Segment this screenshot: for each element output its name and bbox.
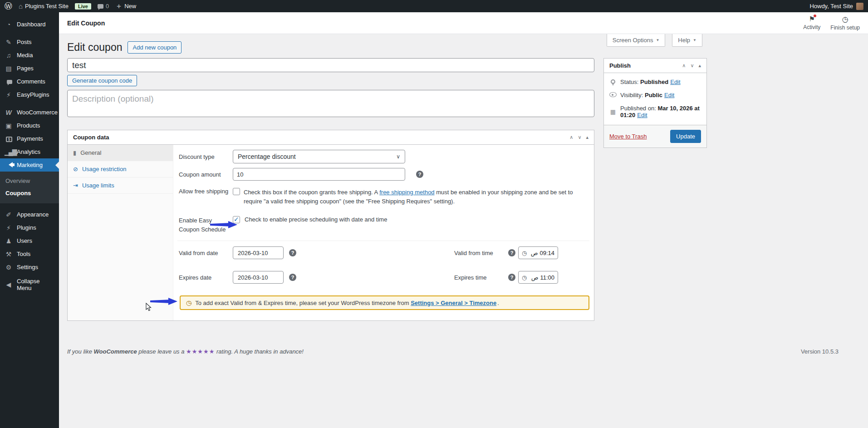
sidebar-item-users[interactable]: ♟Users <box>0 234 59 247</box>
comments-admin-link[interactable]: 0 <box>98 3 109 10</box>
activity-button[interactable]: ⚑ Activity <box>803 15 820 31</box>
help-icon[interactable] <box>289 249 296 256</box>
sidebar-item-dashboard[interactable]: ◔Dashboard <box>0 18 59 31</box>
sidebar-item-label: Media <box>17 52 33 59</box>
avatar[interactable] <box>856 3 863 10</box>
free-shipping-method-link[interactable]: free shipping method <box>379 189 434 196</box>
tab-usage-restriction[interactable]: ⊘ Usage restriction <box>68 161 173 177</box>
move-down-icon[interactable]: ∨ <box>578 134 581 140</box>
sidebar-item-woocommerce[interactable]: WWooCommerce <box>0 106 59 119</box>
version-label: Version 10.5.3 <box>801 348 839 355</box>
finish-setup-label: Finish setup <box>830 25 860 31</box>
help-icon[interactable] <box>289 274 296 281</box>
sidebar-item-analytics[interactable]: ▁▄▇Analytics <box>0 145 59 158</box>
edit-visibility-link[interactable]: Edit <box>664 92 674 98</box>
sidebar-item-label: Marketing <box>17 162 43 168</box>
plus-icon: ＋ <box>115 2 122 10</box>
sidebar-item-easyplugins[interactable]: ⚡EasyPlugins <box>0 88 59 101</box>
breadcrumb: Edit Coupon <box>67 20 105 27</box>
sidebar-item-label: Users <box>17 237 32 244</box>
footer-text: rating. A huge thanks in advance! <box>215 348 304 355</box>
enable-schedule-description: Check to enable precise scheduling with … <box>245 216 387 223</box>
coupon-code-input[interactable] <box>67 58 594 72</box>
sidebar-item-settings[interactable]: ⚙Settings <box>0 261 59 274</box>
activity-label: Activity <box>803 24 820 30</box>
footer-text: If you like <box>67 348 94 355</box>
submenu-item-overview[interactable]: Overview <box>0 175 59 187</box>
free-shipping-checkbox[interactable] <box>233 188 240 195</box>
publish-title: Publish <box>609 62 631 69</box>
coupon-amount-input[interactable] <box>233 168 405 181</box>
site-name-link[interactable]: ⌂ Plugins Test Site <box>19 3 69 10</box>
live-badge: Live <box>75 3 91 10</box>
expires-date-input[interactable] <box>233 271 284 284</box>
tab-general[interactable]: ▮ General <box>68 145 173 161</box>
sidebar-item-tools[interactable]: ⚒Tools <box>0 247 59 261</box>
posts-icon: ✎ <box>5 39 13 45</box>
page-title: Edit coupon <box>67 41 122 54</box>
move-to-trash-link[interactable]: Move to Trash <box>609 133 647 140</box>
collapse-menu-button[interactable]: ◀Collapse Menu <box>0 275 59 295</box>
sidebar-item-label: Analytics <box>17 148 40 155</box>
expires-time-input[interactable]: ◷ ص 11:00 <box>518 271 558 284</box>
sidebar-item-plugins[interactable]: ⚡Plugins <box>0 221 59 234</box>
publish-header[interactable]: Publish ∧ ∨ ▴ <box>604 59 706 73</box>
move-up-icon[interactable]: ∧ <box>682 63 686 69</box>
sidebar-item-pages[interactable]: ▤Pages <box>0 62 59 75</box>
sidebar-item-comments[interactable]: Comments <box>0 75 59 88</box>
valid-from-date-input[interactable] <box>233 246 284 259</box>
sidebar-item-payments[interactable]: $Payments <box>0 132 59 145</box>
site-name-label: Plugins Test Site <box>25 3 69 10</box>
timezone-notice-text: To add exact Valid from & Expires time, … <box>195 300 499 306</box>
clock-icon: ◷ <box>522 274 527 281</box>
new-content-link[interactable]: ＋ New <box>115 2 136 10</box>
sidebar-item-appearance[interactable]: ✐Appearance <box>0 208 59 221</box>
update-button[interactable]: Update <box>670 130 701 143</box>
coupon-data-header[interactable]: Coupon data ∧ ∨ ▴ <box>68 130 594 145</box>
general-panel: Discount type Percentage discount ∨ Coup… <box>173 145 596 320</box>
free-shipping-text: Check this box if the coupon grants free… <box>244 189 379 196</box>
sidebar-item-label: Posts <box>17 39 32 45</box>
add-new-coupon-button[interactable]: Add new coupon <box>128 41 181 54</box>
generate-coupon-code-button[interactable]: Generate coupon code <box>67 75 137 86</box>
help-icon[interactable] <box>508 274 515 281</box>
sidebar-item-label: Payments <box>17 135 43 142</box>
timezone-settings-link[interactable]: Settings > General > Timezone <box>411 300 496 306</box>
coupon-description-textarea[interactable] <box>67 90 594 117</box>
howdy-link[interactable]: Howdy, Test Site <box>809 3 853 10</box>
move-up-icon[interactable]: ∧ <box>569 134 573 140</box>
valid-from-time-input[interactable]: ◷ ص 09:14 <box>518 246 558 259</box>
sidebar-item-label: Pages <box>17 65 34 72</box>
valid-from-time-value: 09:14 <box>539 250 554 256</box>
admin-page: Edit Coupon ⚑ Activity ◷ Finish setup Sc… <box>59 12 868 428</box>
appearance-icon: ✐ <box>5 212 13 218</box>
enable-schedule-checkbox[interactable] <box>233 216 240 223</box>
ticket-icon: ▮ <box>73 149 76 156</box>
move-down-icon[interactable]: ∨ <box>690 63 694 69</box>
media-icon: ♫ <box>5 52 13 59</box>
tab-usage-limits[interactable]: ⇥ Usage limits <box>68 177 173 194</box>
sidebar-item-products[interactable]: ▣Products <box>0 119 59 132</box>
finish-setup-button[interactable]: ◷ Finish setup <box>830 15 860 31</box>
visibility-text: Visibility: PublicEdit <box>620 92 674 98</box>
sidebar-item-media[interactable]: ♫Media <box>0 49 59 62</box>
sidebar-item-marketing[interactable]: Marketing <box>0 158 59 172</box>
toggle-panel-icon[interactable]: ▴ <box>586 134 588 140</box>
help-icon[interactable] <box>508 249 515 256</box>
discount-type-select[interactable]: Percentage discount ∨ <box>233 150 405 163</box>
toggle-panel-icon[interactable]: ▴ <box>698 63 701 69</box>
discount-type-label: Discount type <box>177 153 233 160</box>
enable-schedule-label: Enable Easy Coupon Schedule <box>177 216 233 234</box>
sidebar-item-label: Settings <box>17 264 38 271</box>
wp-logo-icon[interactable]: Ⓦ <box>5 1 12 11</box>
publish-box: Publish ∧ ∨ ▴ Status: PublishedEdit <box>603 58 707 148</box>
pages-icon: ▤ <box>5 65 13 72</box>
comments-icon <box>7 80 12 84</box>
rating-stars-link[interactable]: ★★★★★ <box>186 348 215 355</box>
edit-published-on-link[interactable]: Edit <box>637 112 647 118</box>
sidebar-item-posts[interactable]: ✎Posts <box>0 35 59 49</box>
clock-icon: ◷ <box>186 299 191 306</box>
submenu-item-coupons[interactable]: Coupons <box>0 187 59 199</box>
edit-status-link[interactable]: Edit <box>670 79 680 85</box>
help-icon[interactable] <box>416 171 423 178</box>
